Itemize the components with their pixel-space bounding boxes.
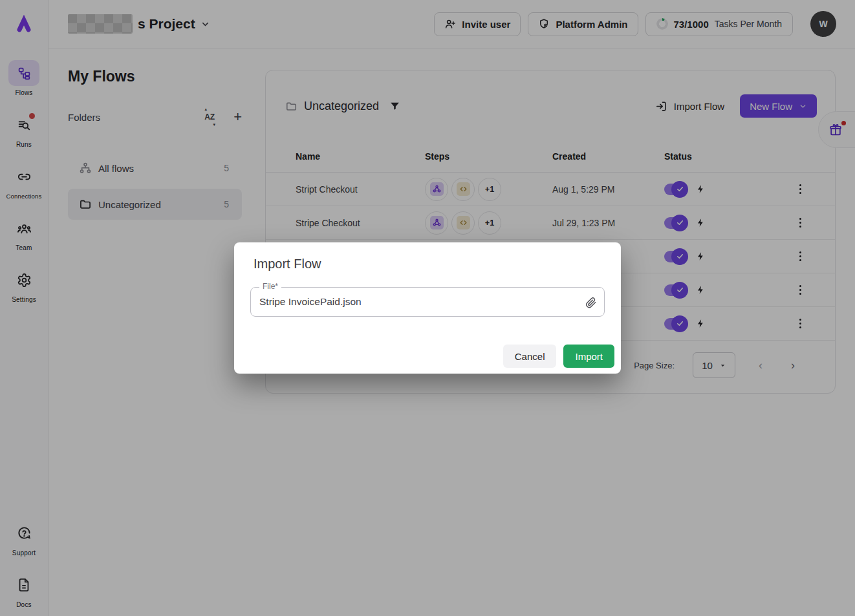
cancel-button[interactable]: Cancel (503, 345, 557, 368)
paperclip-icon (585, 296, 597, 308)
file-input[interactable] (251, 288, 604, 316)
import-flow-dialog: Import Flow File* Cancel Import (234, 242, 621, 374)
file-field: File* (250, 287, 605, 317)
import-button[interactable]: Import (563, 345, 614, 368)
dialog-title: Import Flow (234, 242, 621, 271)
attach-file-button[interactable] (585, 296, 597, 308)
